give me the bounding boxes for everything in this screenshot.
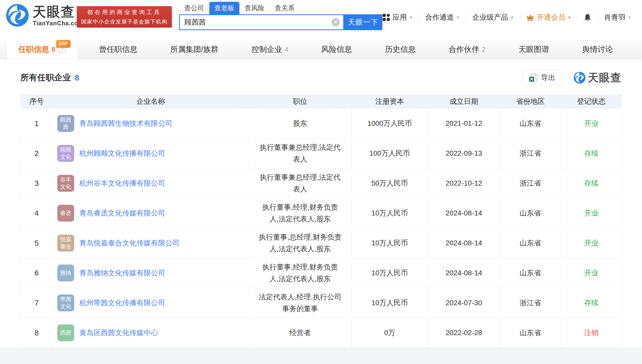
row-province: 山东省	[500, 318, 561, 348]
row-capital: 10万人民币	[351, 258, 428, 288]
row-seq: 7	[21, 288, 53, 318]
row-status: 开业	[561, 198, 622, 228]
row-capital: 1000万人民币	[351, 108, 428, 138]
export-label: 导出	[541, 73, 555, 83]
company-link[interactable]: 杭州带茜文化传播有限公司	[79, 298, 165, 308]
head-right: 导出 天眼查	[522, 70, 622, 85]
row-company-cell: 顾茜 茜 青岛顾茜茜生物技术有限公司	[53, 108, 249, 138]
export-button[interactable]: 导出	[522, 70, 562, 85]
search-tab-company[interactable]: 查公司	[179, 2, 209, 14]
row-status: 注销	[561, 318, 622, 348]
top-nav: 应用 ▼ 合作通道 ▼ 企业级产品 ▼ 开通会员 ▼ 肖青羽 ▼	[376, 10, 637, 25]
table-row: 6 雅纳 青岛雅纳文化传媒有限公司 执行董事,经理,财务负责人,法定代表人,股东…	[21, 258, 622, 288]
brand-domain: TianYanCha.com	[33, 20, 84, 27]
row-date: 2024-08-14	[428, 198, 500, 228]
row-company-cell: 谷丰 文化 杭州谷丰文化传播有限公司	[53, 168, 249, 198]
company-link[interactable]: 青岛悦嘉泰合文化传媒有限公司	[79, 238, 180, 248]
crown-icon	[526, 14, 534, 21]
main-content: 所有任职企业 8 导出 天眼查	[0, 59, 642, 348]
row-position: 执行董事兼总经理,法定代表人	[249, 168, 351, 198]
row-seq: 2	[21, 138, 53, 168]
company-avatar: 睿丞	[57, 205, 74, 222]
excel-icon	[529, 73, 537, 82]
row-province: 山东省	[500, 258, 561, 288]
company-avatar: 悦嘉 泰合	[57, 235, 74, 252]
nav-coop-label: 合作通道	[425, 13, 454, 22]
company-link[interactable]: 杭州顾顺文化传播有限公司	[79, 148, 165, 159]
section-title: 所有任职企业	[20, 72, 71, 83]
row-seq: 6	[21, 258, 53, 288]
company-link[interactable]: 青岛睿丞文化传媒有限公司	[79, 208, 165, 219]
row-province: 山东省	[500, 228, 561, 258]
col-seq: 序号	[21, 95, 53, 108]
tab-历史信息[interactable]: 历史信息	[374, 40, 427, 59]
row-company-cell: 西茜 黄岛区西茜文化传媒中心	[53, 318, 249, 348]
row-status: 存续	[561, 168, 622, 198]
company-link[interactable]: 杭州谷丰文化传播有限公司	[79, 178, 165, 189]
nav-apps[interactable]: 应用 ▼	[376, 13, 419, 22]
nav-enterprise-label: 企业级产品	[472, 13, 508, 22]
brand-name: 天眼查	[33, 4, 84, 19]
nav-member[interactable]: 开通会员 ▼	[520, 13, 577, 22]
col-province: 省份地区	[500, 95, 561, 108]
search-input[interactable]	[180, 18, 331, 26]
row-province: 山东省	[500, 108, 561, 138]
nav-enterprise[interactable]: 企业级产品 ▼	[466, 13, 520, 22]
table-body: 1 顾茜 茜 青岛顾茜茜生物技术有限公司 股东 1000万人民币 2021-01…	[21, 108, 622, 348]
row-capital: 50万人民币	[351, 168, 428, 198]
search-input-wrap: ✕	[179, 14, 344, 30]
clear-icon[interactable]: ✕	[331, 18, 340, 26]
brand-text: 天眼查 TianYanCha.com	[33, 4, 84, 27]
row-province: 浙江省	[500, 168, 561, 198]
row-seq: 5	[21, 228, 53, 258]
section-tabs: VIP 任职信息 8 ? 曾任职信息 所属集团/族群 控制企业 4 风险信息 历…	[0, 40, 642, 59]
tab-控制企业[interactable]: 控制企业 4	[240, 40, 300, 59]
company-link[interactable]: 青岛顾茜茜生物技术有限公司	[79, 118, 172, 129]
row-seq: 8	[21, 318, 53, 348]
table-row: 3 谷丰 文化 杭州谷丰文化传播有限公司 执行董事兼总经理,法定代表人 50万人…	[21, 168, 622, 198]
table-row: 8 西茜 黄岛区西茜文化传媒中心 经营者 0万 2022-02-28 山东省 注…	[21, 318, 622, 348]
row-date: 2022-10-12	[428, 168, 500, 198]
col-date: 成立日期	[428, 95, 500, 108]
search-row: ✕ 天眼一下	[179, 14, 382, 30]
tab-label: 所属集团/族群	[170, 44, 218, 55]
table-row: 2 顾顺 文化 杭州顾顺文化传播有限公司 执行董事兼总经理,法定代表人 100万…	[21, 138, 622, 168]
table-row: 1 顾茜 茜 青岛顾茜茜生物技术有限公司 股东 1000万人民币 2021-01…	[21, 108, 622, 138]
tab-曾任职信息[interactable]: 曾任职信息	[88, 40, 149, 59]
row-date: 2024-08-14	[428, 228, 500, 258]
company-link[interactable]: 黄岛区西茜文化传媒中心	[79, 327, 158, 338]
search-tab-risk[interactable]: 查风险	[239, 2, 270, 14]
tab-舆情讨论[interactable]: 舆情讨论	[571, 40, 624, 59]
company-link[interactable]: 青岛雅纳文化传媒有限公司	[79, 268, 165, 278]
col-position: 职位	[249, 95, 351, 108]
search-tabs: 查公司 查老板 查风险 查关系	[179, 3, 382, 14]
tab-所属集团/族群[interactable]: 所属集团/族群	[159, 40, 230, 59]
company-avatar: 西茜	[57, 324, 74, 341]
tab-天眼图谱[interactable]: 天眼图谱	[507, 40, 560, 59]
row-position: 执行董事兼总经理,法定代表人	[249, 138, 351, 168]
nav-user[interactable]: 肖青羽 ▼	[597, 13, 637, 22]
search-tab-boss[interactable]: 查老板	[209, 2, 239, 14]
swirl-logo-icon	[6, 4, 29, 27]
tab-合作伙伴[interactable]: 合作伙伴 2	[437, 40, 497, 59]
company-avatar: 谷丰 文化	[57, 175, 74, 192]
nav-notifications[interactable]	[577, 14, 597, 21]
banner-line2: 国家中小企业发展子基金旗下机构	[81, 18, 168, 25]
tab-任职信息[interactable]: VIP 任职信息 8 ?	[7, 40, 77, 59]
row-status: 开业	[561, 228, 622, 258]
nav-coop[interactable]: 合作通道 ▼	[419, 13, 466, 22]
banner-line1: 都在用的商业查询工具	[87, 8, 161, 16]
promo-banner: 都在用的商业查询工具 国家中小企业发展子基金旗下机构	[77, 6, 172, 28]
row-position: 经营者	[249, 318, 351, 348]
tab-label: 控制企业	[251, 44, 282, 55]
tab-风险信息[interactable]: 风险信息	[310, 40, 363, 59]
tab-count: 8	[52, 46, 55, 53]
row-date: 2022-02-28	[428, 318, 500, 348]
search-tab-relation[interactable]: 查关系	[270, 2, 300, 14]
row-company-cell: 睿丞 青岛睿丞文化传媒有限公司	[53, 198, 249, 228]
tab-label: 舆情讨论	[582, 44, 613, 55]
row-position: 执行董事,总经理,财务负责人,法定代表人,股东	[249, 228, 351, 258]
page-header: 天眼查 TianYanCha.com 都在用的商业查询工具 国家中小企业发展子基…	[0, 0, 642, 40]
tianyancha-logo[interactable]: 天眼查 TianYanCha.com	[6, 4, 84, 27]
row-company-cell: 顾顺 文化 杭州顾顺文化传播有限公司	[53, 138, 249, 168]
